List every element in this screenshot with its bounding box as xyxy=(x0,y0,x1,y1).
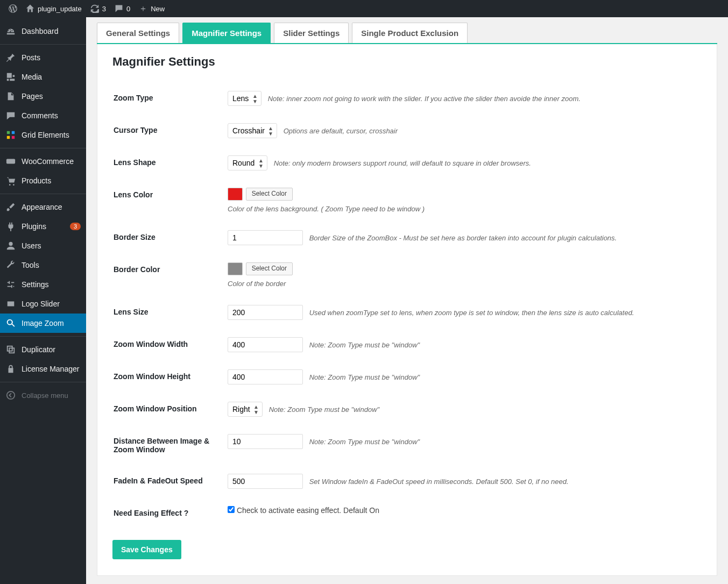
tab-single-product-exclusion[interactable]: Single Product Exclusion xyxy=(352,23,468,43)
lens-color-button[interactable]: Select Color xyxy=(246,188,293,201)
svg-rect-7 xyxy=(9,348,14,353)
sidebar-item-label: Media xyxy=(22,73,81,81)
field-note: Note: Zoom Type must be "window" xyxy=(309,438,420,446)
sidebar-item-pages[interactable]: Pages xyxy=(0,87,86,106)
tab-magnifier-settings[interactable]: Magnifier Settings xyxy=(182,23,271,43)
zoom-window-height-input[interactable] xyxy=(228,369,303,384)
sidebar-item-dashboard[interactable]: Dashboard xyxy=(0,22,86,41)
sidebar-item-label: Logo Slider xyxy=(22,300,81,308)
lens-size-input[interactable] xyxy=(228,305,303,320)
pages-icon xyxy=(5,91,16,102)
sidebar-item-appearance[interactable]: Appearance xyxy=(0,197,86,217)
field-note: Color of the lens background. ( Zoom Typ… xyxy=(228,205,695,213)
zoom-type-select[interactable]: Lens xyxy=(228,91,261,105)
border-size-input[interactable] xyxy=(228,230,303,245)
sidebar-item-label: Duplicator xyxy=(22,345,81,354)
field-note: Note: inner zoom not going to work with … xyxy=(268,95,581,103)
border-color-swatch[interactable] xyxy=(228,262,243,275)
sidebar-item-label: Comments xyxy=(22,111,81,120)
wordpress-icon xyxy=(9,4,17,13)
field-label: Distance Between Image & Zoom Window xyxy=(114,426,221,465)
sidebar-item-comments[interactable]: Comments xyxy=(0,106,86,125)
svg-rect-2 xyxy=(7,136,10,139)
field-label: Border Color xyxy=(114,254,221,296)
sidebar-item-media[interactable]: Media xyxy=(0,67,86,87)
field-note: Note: Zoom Type must be "window" xyxy=(269,405,380,414)
field-label: Zoom Window Height xyxy=(114,361,221,393)
field-note: Color of the border xyxy=(228,280,695,288)
sidebar-item-settings[interactable]: Settings xyxy=(0,275,86,294)
sidebar-item-plugins[interactable]: Plugins 3 xyxy=(0,217,86,236)
slider-icon xyxy=(5,298,16,309)
pin-icon xyxy=(5,52,16,63)
sidebar-item-logo-slider[interactable]: Logo Slider xyxy=(0,294,86,314)
distance-input[interactable] xyxy=(228,434,303,449)
svg-rect-4 xyxy=(6,159,15,164)
sidebar-item-label: WooCommerce xyxy=(22,157,81,166)
svg-rect-3 xyxy=(12,136,15,139)
sidebar-item-grid-elements[interactable]: Grid Elements xyxy=(0,125,86,145)
settings-tabs: General Settings Magnifier Settings Slid… xyxy=(97,23,717,44)
cursor-type-select[interactable]: Crosshair xyxy=(228,124,277,138)
lens-color-swatch[interactable] xyxy=(228,188,243,201)
refresh-icon xyxy=(90,4,99,13)
site-name-link[interactable]: plugin_update xyxy=(22,0,86,17)
fade-speed-input[interactable] xyxy=(228,474,303,489)
field-label: Zoom Type xyxy=(114,83,221,114)
comments-count: 0 xyxy=(126,5,130,13)
save-button[interactable]: Save Changes xyxy=(112,540,181,559)
zoom-window-width-input[interactable] xyxy=(228,337,303,352)
grid-icon xyxy=(5,130,16,140)
wp-logo[interactable] xyxy=(4,0,22,17)
content-area: General Settings Magnifier Settings Slid… xyxy=(86,17,728,584)
home-icon xyxy=(26,4,34,13)
zoom-window-position-select[interactable]: Right xyxy=(228,402,262,416)
field-note: Note: only modern browsers support round… xyxy=(274,159,531,167)
easing-label-text: Check to activate easing effect. Default… xyxy=(237,506,379,515)
svg-point-8 xyxy=(7,391,15,399)
field-note: Note: Zoom Type must be "window" xyxy=(309,373,420,381)
field-note: Used when zoomType set to lens, when zoo… xyxy=(309,309,634,317)
sidebar-item-woocommerce[interactable]: WooCommerce xyxy=(0,152,86,171)
sidebar-item-label: License Manager xyxy=(22,365,81,373)
plugins-update-badge: 3 xyxy=(70,223,81,230)
tab-slider-settings[interactable]: Slider Settings xyxy=(274,23,349,43)
sidebar-item-label: Image Zoom xyxy=(22,319,81,327)
comments-link[interactable]: 0 xyxy=(110,0,135,17)
sliders-icon xyxy=(5,279,16,290)
easing-checkbox[interactable] xyxy=(228,506,235,513)
tab-general-settings[interactable]: General Settings xyxy=(97,23,179,43)
zoom-type-select-wrap: Lens ▲▼ xyxy=(228,91,261,106)
sidebar-item-label: Products xyxy=(22,176,81,185)
lens-shape-select[interactable]: Round xyxy=(228,156,267,170)
sidebar-item-posts[interactable]: Posts xyxy=(0,48,86,67)
sidebar-item-duplicator[interactable]: Duplicator xyxy=(0,340,86,359)
field-note: Set Window fadeIn & FadeOut speed in mil… xyxy=(309,478,569,486)
collapse-menu[interactable]: Collapse menu xyxy=(0,386,86,405)
sidebar-item-tools[interactable]: Tools xyxy=(0,255,86,275)
plus-icon: ＋ xyxy=(139,4,147,13)
sidebar-item-license-manager[interactable]: License Manager xyxy=(0,359,86,379)
media-icon xyxy=(5,72,16,82)
sidebar-item-label: Posts xyxy=(22,53,81,62)
site-name-text: plugin_update xyxy=(38,5,82,13)
sidebar-item-label: Tools xyxy=(22,261,81,269)
sidebar-item-products[interactable]: Products xyxy=(0,171,86,190)
admin-sidebar: Dashboard Posts Media Pages Comments Gri… xyxy=(0,17,86,584)
field-label: Lens Size xyxy=(114,297,221,328)
sidebar-item-users[interactable]: Users xyxy=(0,236,86,255)
new-content-link[interactable]: ＋ New xyxy=(135,0,169,17)
sidebar-item-image-zoom[interactable]: Image Zoom xyxy=(0,314,86,333)
magnifier-settings-panel: Magnifier Settings Zoom Type Lens ▲▼ Not… xyxy=(97,44,717,576)
sidebar-item-label: Plugins xyxy=(22,222,65,231)
border-color-button[interactable]: Select Color xyxy=(246,262,293,275)
field-note: Options are default, cursor, crosshair xyxy=(284,127,398,135)
duplicator-icon xyxy=(5,344,16,355)
sidebar-item-label: Dashboard xyxy=(22,27,81,35)
woocommerce-icon xyxy=(5,156,16,167)
easing-checkbox-label[interactable]: Check to activate easing effect. Default… xyxy=(228,506,379,515)
field-label: Lens Shape xyxy=(114,147,221,179)
updates-link[interactable]: 3 xyxy=(86,0,110,17)
collapse-icon xyxy=(5,390,16,401)
products-icon xyxy=(5,175,16,186)
